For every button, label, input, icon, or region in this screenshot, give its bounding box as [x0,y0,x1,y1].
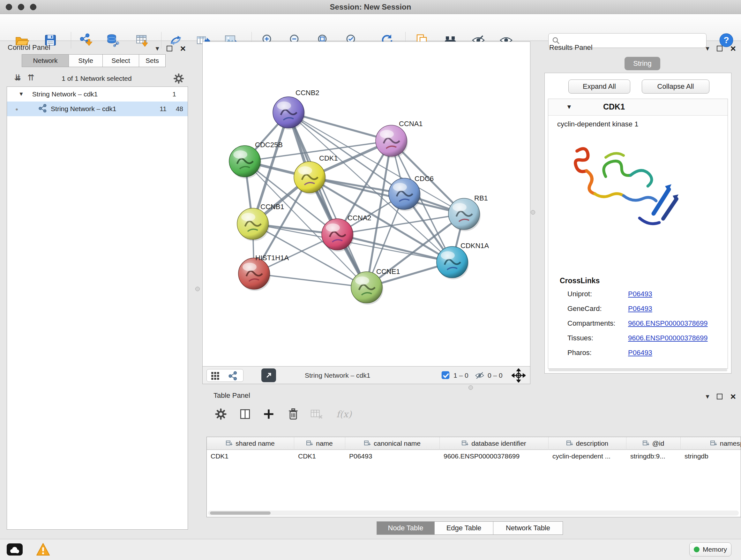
table-panel: Table Panel ▾ × [206,390,741,537]
crosslinks-heading: CrossLinks [560,276,600,285]
network-node-CCNA1[interactable] [376,125,408,158]
results-scrollbar[interactable] [549,369,727,371]
cloud-status-icon[interactable] [6,543,23,557]
results-panel: Results Panel ▾ × String Expand All Coll… [543,42,741,376]
column-header-description[interactable]: description [549,437,626,450]
crosslink-link[interactable]: 9606.ENSP00000378699 [628,334,708,342]
network-edge-HIST1H1A-CCNE1[interactable] [254,273,367,287]
sort-icon [462,440,469,447]
collapse-panel-icon[interactable]: ▾ [705,45,709,52]
vertical-splitter-handle[interactable] [195,287,200,291]
network-edge-CCNB2-CCNE1[interactable] [288,112,367,287]
column-header-canonical-name[interactable]: canonical name [345,437,440,450]
zoom-window-button[interactable] [30,4,37,10]
network-node-CDK1[interactable] [294,162,326,194]
column-header-id[interactable]: @id [626,437,681,450]
memory-button[interactable]: Memory [689,543,731,557]
protein-structure-image [558,137,685,255]
grid-view-icon[interactable] [210,371,220,382]
warning-icon[interactable] [36,543,51,558]
expand-all-button[interactable]: Expand All [568,79,630,94]
collapse-all-button[interactable]: Collapse All [642,79,710,94]
table-cell[interactable]: CDK1 [294,450,345,462]
crosslink-link[interactable]: P06493 [628,349,652,357]
hidden-eye-slash-icon[interactable] [475,370,485,382]
network-node-CCNA2[interactable] [322,219,354,252]
detach-view-button[interactable] [261,368,276,382]
network-node-CDKN1A[interactable] [436,246,469,279]
network-node-HIST1H1A[interactable] [239,258,271,291]
horizontal-splitter-handle[interactable] [468,385,473,390]
tab-node-table[interactable]: Node Table [377,521,434,535]
column-header-namespace[interactable]: namespace [681,437,741,450]
collapse-networks-icon[interactable]: ⇊ [14,73,21,83]
add-column-plus-icon[interactable] [261,406,277,422]
tab-style[interactable]: Style [69,54,103,67]
crosslink-label: GeneCard: [567,305,602,313]
collapse-panel-icon[interactable]: ▾ [155,45,159,52]
show-columns-icon[interactable] [237,406,253,422]
scrollbar-thumb[interactable] [210,511,271,515]
crosslink-row: Tissues: 9606.ENSP00000378699 [548,331,727,346]
network-collection-row[interactable]: ▼ String Network – cdk1 1 [7,87,188,102]
delete-table-icon[interactable] [309,406,325,422]
float-panel-icon[interactable] [717,46,723,51]
vertical-splitter-handle[interactable] [531,210,535,214]
tab-edge-table[interactable]: Edge Table [434,521,493,535]
column-header-database-identifier[interactable]: database identifier [440,437,549,450]
column-header-shared-name[interactable]: shared name [207,437,294,450]
tab-string[interactable]: String [624,57,660,70]
network-node-RB1[interactable] [448,198,481,231]
float-panel-icon[interactable] [717,394,723,399]
network-node-CDC6[interactable] [389,178,421,211]
expand-networks-icon[interactable]: ⇈ [27,73,35,83]
table-cell[interactable]: P06493 [345,450,440,462]
network-row[interactable]: ● String Network – cdk1 11 48 [7,102,188,116]
crosshair-icon[interactable] [512,368,526,384]
table-cell[interactable]: 9606.ENSP00000378699 [440,450,549,462]
tab-sets[interactable]: Sets [139,54,165,67]
node-label-CCNB1: CCNB1 [260,203,284,211]
close-window-button[interactable] [6,4,12,10]
table-horizontal-scrollbar[interactable] [208,510,739,516]
memory-status-dot [694,547,699,552]
close-panel-icon[interactable]: × [730,44,736,53]
network-graph[interactable]: CCNB2CCNA1CDC25BCDK1CDC6RB1CCNB1CCNA2CDK… [203,42,530,366]
network-node-CCNE1[interactable] [351,272,383,305]
column-header-name[interactable]: name [294,437,345,450]
table-cell[interactable]: stringdb:9... [626,450,681,462]
gene-description: cyclin-dependent kinase 1 [557,120,638,128]
close-panel-icon[interactable]: × [180,44,186,53]
main-toolbar: ? [0,14,741,41]
function-builder-icon[interactable]: f(x) [333,406,355,422]
network-options-gear-icon[interactable] [172,72,185,86]
table-cell[interactable]: stringdb [681,450,741,462]
crosslink-label: Uniprot: [567,290,592,298]
tree-expander-icon[interactable]: ▼ [18,91,24,98]
collapse-panel-icon[interactable]: ▾ [705,393,709,400]
network-share-icon[interactable] [228,371,238,382]
tab-select[interactable]: Select [103,54,139,67]
gene-section-header[interactable]: ▼ CDK1 [548,99,728,116]
network-edge-CDK1-RB1[interactable] [310,177,464,214]
crosslink-link[interactable]: P06493 [628,305,652,313]
table-cell[interactable]: cyclin-dependent ... [549,450,626,462]
selected-checkbox-icon[interactable] [441,370,451,381]
network-canvas[interactable]: CCNB2CCNA1CDC25BCDK1CDC6RB1CCNB1CCNA2CDK… [202,42,530,367]
section-expander-icon[interactable]: ▼ [566,104,572,111]
delete-column-trash-icon[interactable] [285,406,301,422]
crosslink-link[interactable]: 9606.ENSP00000378699 [628,319,708,327]
memory-label: Memory [703,546,727,553]
network-node-CDC25B[interactable] [229,145,261,179]
string-results-card: Expand All Collapse All ▼ CDK1 cyclin-de… [544,73,731,374]
minimize-window-button[interactable] [18,4,24,10]
table-settings-gear-icon[interactable] [213,406,229,422]
tab-network-table[interactable]: Network Table [493,521,563,535]
close-panel-icon[interactable]: × [730,392,736,401]
table-row[interactable]: CDK1 CDK1 P06493 9606.ENSP00000378699 cy… [207,450,741,462]
tab-network[interactable]: Network [22,54,69,67]
float-panel-icon[interactable] [166,46,172,51]
table-cell[interactable]: CDK1 [207,450,294,462]
crosslink-link[interactable]: P06493 [628,290,652,298]
table-toolbar: f(x) [206,404,741,427]
